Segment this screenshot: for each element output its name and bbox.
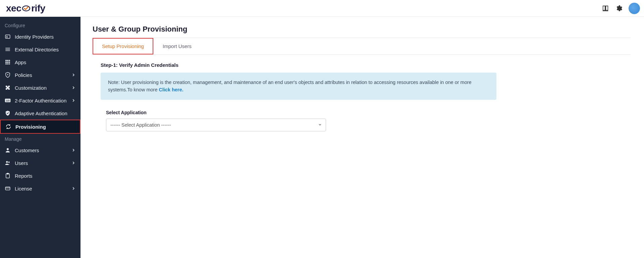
sidebar-item-label: Customization <box>15 85 47 91</box>
sidebar-item-label: Reports <box>15 173 33 179</box>
chevron-right-icon <box>71 148 76 153</box>
chevron-right-icon <box>71 85 76 90</box>
svg-point-16 <box>6 161 8 163</box>
sidebar-item-provisioning[interactable]: Provisioning <box>0 120 80 134</box>
sidebar-item-label: Apps <box>15 59 26 65</box>
avatar[interactable] <box>629 3 640 14</box>
docs-icon[interactable] <box>602 5 609 12</box>
tab-setup-provisioning[interactable]: Setup Provisioning <box>93 38 153 54</box>
sidebar-section-manage: Manage <box>0 134 80 144</box>
list-icon <box>5 46 11 52</box>
chevron-right-icon <box>71 73 76 77</box>
puzzle-icon <box>5 85 11 91</box>
chevron-right-icon <box>71 186 76 191</box>
sidebar-item-label: External Directories <box>15 47 59 52</box>
header-actions <box>602 3 640 14</box>
sidebar-item-label: Identity Providers <box>15 34 54 40</box>
svg-text:123: 123 <box>6 99 10 102</box>
svg-point-2 <box>6 36 7 37</box>
svg-rect-5 <box>9 60 10 61</box>
svg-rect-11 <box>9 63 10 64</box>
top-header: xec rify <box>0 0 644 17</box>
tab-import-users[interactable]: Import Users <box>153 38 201 54</box>
svg-rect-4 <box>7 60 9 61</box>
svg-rect-10 <box>7 63 9 64</box>
clipboard-icon <box>5 173 11 179</box>
svg-rect-20 <box>5 187 10 190</box>
sidebar-item-users[interactable]: Users <box>0 157 80 169</box>
sidebar: Configure Identity Providers External Di… <box>0 17 80 258</box>
brand-check-icon <box>22 4 31 13</box>
step-heading: Step-1: Verify Admin Credentials <box>101 62 631 68</box>
tabs: Setup Provisioning Import Users <box>93 38 631 55</box>
info-note-link[interactable]: Click here. <box>159 87 183 92</box>
select-application-label: Select Application <box>106 110 631 115</box>
svg-rect-7 <box>7 62 9 63</box>
person-icon <box>5 147 11 153</box>
sidebar-item-customers[interactable]: Customers <box>0 144 80 157</box>
svg-rect-3 <box>5 60 7 61</box>
sidebar-item-label: Adaptive Authentication <box>15 111 67 116</box>
sidebar-item-adaptive-auth[interactable]: Adaptive Authentication <box>0 107 80 120</box>
sidebar-item-2fa[interactable]: 123 2-Factor Authentication <box>0 94 80 107</box>
people-icon <box>5 160 11 166</box>
sidebar-item-label: 2-Factor Authentication <box>15 98 66 103</box>
svg-rect-6 <box>5 62 7 63</box>
select-application-dropdown[interactable]: ------ Select Application ------ <box>106 119 326 131</box>
chevron-right-icon <box>71 98 76 103</box>
gear-icon[interactable] <box>615 5 623 12</box>
sidebar-item-policies[interactable]: Policies <box>0 69 80 81</box>
svg-rect-1 <box>5 35 10 39</box>
sidebar-item-license[interactable]: License <box>0 182 80 195</box>
sidebar-item-label: Customers <box>15 147 39 153</box>
sidebar-item-external-directories[interactable]: External Directories <box>0 43 80 56</box>
page-title: User & Group Provisioning <box>93 25 631 34</box>
svg-rect-19 <box>7 173 9 174</box>
sidebar-item-identity-providers[interactable]: Identity Providers <box>0 30 80 43</box>
sidebar-item-label: Policies <box>15 72 32 78</box>
svg-point-12 <box>7 74 8 75</box>
sync-icon <box>5 124 11 130</box>
brand-logo[interactable]: xec rify <box>6 3 45 14</box>
svg-point-15 <box>7 148 9 150</box>
sidebar-item-customization[interactable]: Customization <box>0 81 80 94</box>
sidebar-section-configure: Configure <box>0 20 80 30</box>
grid-icon <box>5 59 11 65</box>
chevron-right-icon <box>71 161 76 165</box>
sidebar-item-apps[interactable]: Apps <box>0 56 80 69</box>
sidebar-item-label: License <box>15 186 32 191</box>
svg-rect-9 <box>5 63 7 64</box>
sidebar-item-label: Users <box>15 160 28 166</box>
check-shield-icon <box>5 110 11 116</box>
numbers-icon: 123 <box>5 97 11 103</box>
shield-icon <box>5 72 11 78</box>
sidebar-item-reports[interactable]: Reports <box>0 169 80 182</box>
sidebar-item-label: Provisioning <box>15 124 46 130</box>
id-card-icon <box>5 34 11 40</box>
svg-rect-8 <box>9 62 10 63</box>
info-note: Note: User provisioning is the creation,… <box>101 73 496 100</box>
main-content: User & Group Provisioning Setup Provisio… <box>80 17 644 258</box>
card-icon <box>5 185 11 191</box>
svg-point-17 <box>8 162 10 163</box>
